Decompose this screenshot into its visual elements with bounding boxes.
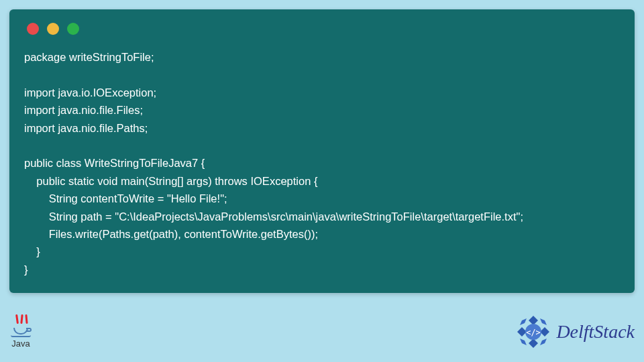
java-logo: Java	[9, 316, 32, 349]
brand-name: DelftStack	[556, 321, 635, 343]
java-label: Java	[11, 339, 30, 349]
svg-marker-2	[529, 339, 538, 348]
code-line: import java.nio.file.Paths;	[24, 122, 148, 134]
svg-text:</>: </>	[527, 328, 541, 337]
svg-marker-5	[540, 339, 547, 345]
delftstack-logo: </> DelftStack	[515, 313, 635, 351]
svg-marker-6	[520, 339, 527, 345]
code-line: public static void main(String[] args) t…	[24, 175, 317, 187]
minimize-icon[interactable]	[47, 23, 59, 35]
maximize-icon[interactable]	[67, 23, 79, 35]
code-line: public class WriteStringToFileJava7 {	[24, 157, 205, 169]
svg-marker-3	[517, 327, 527, 337]
delftstack-icon: </>	[515, 313, 552, 351]
code-line: String contentToWrite = "Hello File!";	[24, 192, 227, 204]
code-line: String path = "C:\IdeaProjects\JavaProbl…	[24, 210, 523, 223]
code-line: }	[24, 245, 40, 257]
code-line: import java.nio.file.Files;	[24, 104, 143, 116]
code-window: package writeStringToFile; import java.i…	[9, 9, 635, 293]
close-icon[interactable]	[27, 23, 39, 35]
code-line: }	[24, 263, 28, 276]
window-controls	[24, 20, 620, 35]
code-line: package writeStringToFile;	[24, 51, 154, 63]
svg-marker-1	[540, 327, 549, 337]
java-cup-icon	[9, 316, 32, 337]
code-line: import java.io.IOException;	[24, 86, 156, 99]
code-line: Files.write(Paths.get(path), contentToWr…	[24, 228, 318, 240]
svg-marker-7	[520, 318, 527, 325]
svg-marker-0	[529, 316, 538, 325]
code-block: package writeStringToFile; import java.i…	[24, 48, 620, 278]
svg-marker-4	[540, 318, 547, 325]
footer: Java </> DelftStack	[9, 308, 635, 355]
